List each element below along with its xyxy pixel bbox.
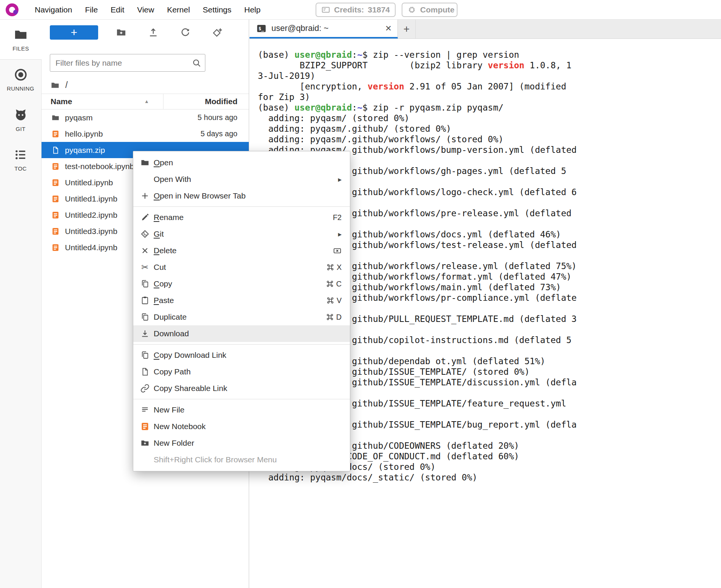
download-icon bbox=[140, 329, 149, 338]
column-divider bbox=[163, 94, 163, 109]
sidebar-item-label: FILES bbox=[12, 45, 29, 52]
menu-separator bbox=[133, 206, 350, 207]
sidebar-item-label: RUNNING bbox=[7, 85, 34, 92]
sidebar-item-files[interactable]: FILES bbox=[0, 20, 42, 60]
terminal-line: [encryption, version 2.91 of 05 Jan 2007… bbox=[258, 81, 577, 102]
terminal-line: adding: pyqasm/.github/workflows/ (store… bbox=[258, 134, 577, 145]
menu-item-copy-shareable-link[interactable]: Copy Shareable Link bbox=[133, 380, 350, 397]
menu-settings[interactable]: Settings bbox=[196, 5, 238, 14]
menu-item-open-with[interactable]: Open With▸ bbox=[133, 171, 350, 188]
file-name: pyqasm.zip bbox=[65, 146, 105, 155]
upload-button[interactable] bbox=[148, 27, 159, 38]
column-header-modified[interactable]: Modified bbox=[205, 97, 237, 106]
notebook-icon bbox=[51, 130, 60, 138]
menu-item-label: Open bbox=[154, 158, 342, 167]
menu-item-new-notebook[interactable]: New Notebook bbox=[133, 418, 350, 435]
cmd-icon bbox=[327, 297, 334, 304]
file-name: Untitled1.ipynb bbox=[65, 194, 117, 203]
menu-item-shortcut: D bbox=[326, 313, 342, 322]
menu-item-cut[interactable]: ✂CutX bbox=[133, 259, 350, 276]
folder-icon bbox=[51, 114, 60, 122]
terminal-tab[interactable]: $_ user@qbraid: ~ × bbox=[250, 20, 398, 38]
menu-item-copy-download-link[interactable]: Copy Download Link bbox=[133, 347, 350, 363]
terminal-line: adding: pyqasm/docs/_static/ (stored 0%) bbox=[258, 472, 577, 483]
menu-item-duplicate[interactable]: DuplicateD bbox=[133, 309, 350, 325]
shortcut-key: X bbox=[337, 263, 342, 272]
home-folder-icon[interactable] bbox=[51, 81, 60, 90]
menu-item-label: Shift+Right Click for Browser Menu bbox=[154, 455, 342, 464]
filter-files-box bbox=[50, 54, 205, 72]
delkey-icon bbox=[333, 246, 342, 255]
copy-icon bbox=[140, 351, 149, 360]
menu-item-new-file[interactable]: New File bbox=[133, 402, 350, 418]
menu-item-label: Delete bbox=[154, 246, 333, 255]
credits-button[interactable]: Credits: 31874 bbox=[316, 3, 396, 17]
git-clone-button[interactable] bbox=[212, 27, 223, 38]
notebook-icon bbox=[51, 227, 60, 236]
new-folder-button[interactable] bbox=[116, 27, 126, 38]
terminal-tab-title: user@qbraid: ~ bbox=[271, 23, 381, 33]
notebook-icon bbox=[51, 162, 60, 171]
menu-kernel[interactable]: Kernel bbox=[160, 5, 196, 14]
compute-button[interactable]: Compute bbox=[402, 3, 458, 17]
menu-item-paste[interactable]: PasteV bbox=[133, 292, 350, 309]
menu-view[interactable]: View bbox=[131, 5, 160, 14]
file-row[interactable]: pyqasm5 hours ago bbox=[42, 109, 249, 126]
menu-item-rename[interactable]: RenameF2 bbox=[133, 209, 350, 226]
menu-edit[interactable]: Edit bbox=[104, 5, 131, 14]
new-launcher-button[interactable]: + bbox=[50, 25, 98, 40]
credits-label: Credits: bbox=[334, 5, 364, 14]
qbraid-lab-window: Navigation File Edit View Kernel Setting… bbox=[0, 0, 721, 588]
menu-item-label: Open With bbox=[154, 175, 334, 184]
sidebar-item-running[interactable]: RUNNING bbox=[0, 60, 41, 100]
menubar: Navigation File Edit View Kernel Setting… bbox=[28, 5, 267, 14]
git-icon bbox=[140, 229, 149, 239]
menu-item-label: Copy Download Link bbox=[154, 351, 342, 360]
menu-file[interactable]: File bbox=[79, 5, 104, 14]
menu-item-label: Cut bbox=[154, 263, 327, 272]
qbraid-logo-icon[interactable] bbox=[6, 3, 18, 16]
menu-item-open-in-new-browser-tab[interactable]: Open in New Browser Tab bbox=[133, 188, 350, 204]
folder-plus-icon bbox=[140, 439, 149, 448]
menu-item-copy-path[interactable]: Copy Path bbox=[133, 363, 350, 380]
menu-item-copy[interactable]: CopyC bbox=[133, 276, 350, 292]
refresh-button[interactable] bbox=[180, 27, 191, 38]
file-list-header: Name ▲ Modified bbox=[42, 94, 249, 109]
close-tab-icon[interactable]: × bbox=[385, 23, 391, 34]
git-cat-icon bbox=[13, 107, 28, 122]
sidebar-item-git[interactable]: GIT bbox=[0, 100, 41, 140]
menu-item-open[interactable]: Open bbox=[133, 154, 350, 171]
menu-separator bbox=[133, 344, 350, 345]
shortcut-key: C bbox=[336, 280, 342, 288]
menu-item-shortcut: C bbox=[326, 280, 342, 288]
folder-icon bbox=[140, 158, 149, 167]
submenu-arrow-icon: ▸ bbox=[338, 230, 342, 239]
menu-item-label: Copy Shareable Link bbox=[154, 384, 342, 393]
toc-icon bbox=[14, 148, 28, 162]
menu-item-label: New File bbox=[154, 405, 342, 414]
filter-files-input[interactable] bbox=[50, 54, 205, 72]
menu-item-label: Paste bbox=[154, 296, 327, 305]
menu-item-git[interactable]: Git▸ bbox=[133, 226, 350, 242]
menu-help[interactable]: Help bbox=[238, 5, 267, 14]
text-lines-icon bbox=[140, 405, 149, 414]
menu-item-new-folder[interactable]: New Folder bbox=[133, 435, 350, 451]
sort-ascending-icon[interactable]: ▲ bbox=[144, 99, 149, 104]
terminal-line: adding: pyqasm/ (stored 0%) bbox=[258, 113, 577, 123]
search-icon bbox=[192, 58, 202, 68]
menu-item-label: Open in New Browser Tab bbox=[154, 191, 342, 200]
menu-item-label: New Folder bbox=[154, 439, 342, 448]
menu-navigation[interactable]: Navigation bbox=[28, 5, 79, 14]
file-row[interactable]: hello.ipynb5 days ago bbox=[42, 126, 249, 142]
column-header-name[interactable]: Name bbox=[51, 97, 72, 106]
new-tab-button[interactable]: + bbox=[398, 20, 416, 38]
menu-item-delete[interactable]: Delete bbox=[133, 242, 350, 259]
plus-icon bbox=[140, 191, 149, 200]
close-icon bbox=[140, 246, 149, 255]
credits-card-icon bbox=[321, 5, 330, 14]
breadcrumb-root[interactable]: / bbox=[65, 80, 68, 90]
sidebar-item-toc[interactable]: TOC bbox=[0, 140, 41, 180]
plus-icon: + bbox=[71, 26, 77, 39]
menu-item-download[interactable]: Download bbox=[133, 325, 350, 342]
shortcut-key: D bbox=[336, 313, 342, 322]
